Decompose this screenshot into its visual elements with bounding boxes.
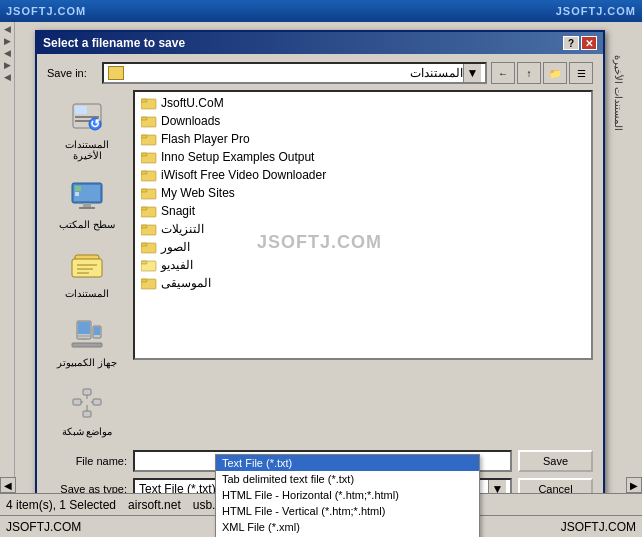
svg-rect-41 [141,171,147,174]
list-item[interactable]: الفيديو [137,256,589,274]
svg-rect-43 [141,189,147,192]
svg-rect-23 [72,343,102,347]
list-item-label: iWisoft Free Video Downloader [161,168,326,182]
list-item-label: JsoftU.CoM [161,96,224,110]
svg-rect-24 [83,389,91,395]
arabic-side-label: المستندات الأخيرة [613,55,624,131]
list-item-label: التنزيلات [161,222,204,236]
close-button[interactable]: ✕ [581,36,597,50]
dropdown-item[interactable]: Tab delimited text file (*.txt) [216,471,479,487]
folder-icon [141,186,157,200]
status-selected: 4 item(s), 1 Selected [6,498,128,512]
top-right-label: JSOFTJ.COM [556,5,636,17]
list-item[interactable]: الموسيقى [137,274,589,292]
dialog-title: Select a filename to save [43,36,185,50]
main-area: ↺ المستندات الأخيرة [47,90,593,442]
nav-back-button[interactable]: ← [491,62,515,84]
folder-icon [141,150,157,164]
top-left-label: JSOFTJ.COM [6,5,86,17]
folder-icon-small [108,66,124,80]
list-item[interactable]: Downloads [137,112,589,130]
list-item-label: Downloads [161,114,220,128]
sidebar-item-documents[interactable]: المستندات [50,239,124,304]
save-in-value: المستندات [128,66,463,80]
sidebar-label-documents: المستندات [65,288,109,299]
dropdown-item[interactable]: Text File (*.txt) [216,455,479,471]
save-button[interactable]: Save [518,450,593,472]
save-in-combo[interactable]: المستندات ▼ [102,62,487,84]
svg-rect-11 [75,192,79,196]
left-sidebar: ↺ المستندات الأخيرة [47,90,127,442]
svg-rect-18 [78,322,90,334]
create-folder-button[interactable]: 📁 [543,62,567,84]
list-item[interactable]: الصور [137,238,589,256]
bottom-left-label: JSOFTJ.COM [6,520,81,534]
save-in-arrow[interactable]: ▼ [463,64,481,82]
sidebar-label-desktop: سطح المكتب [59,219,115,230]
nav-up-button[interactable]: ↑ [517,62,541,84]
nav-icon-3: ◀ [4,48,11,58]
svg-text:↺: ↺ [90,117,100,131]
folder-icon [141,276,157,290]
save-in-combo-inner: المستندات [108,66,463,80]
list-item-label: الفيديو [161,258,193,272]
save-in-label: Save in: [47,67,102,79]
scroll-left-button[interactable]: ◀ [0,477,16,493]
list-item-label: الصور [161,240,190,254]
svg-rect-53 [141,279,147,282]
folder-icon [141,258,157,272]
sidebar-item-recent[interactable]: ↺ المستندات الأخيرة [50,90,124,166]
list-item-label: Flash Player Pro [161,132,250,146]
sidebar-item-computer[interactable]: جهاز الكمبيوتر [50,308,124,373]
folder-icon [141,240,157,254]
nav-icon-1: ◀ [4,24,11,34]
list-item[interactable]: Snagit [137,202,589,220]
folder-icon [141,132,157,146]
status-site: airsoft.net [128,498,193,512]
sidebar-label-recent: المستندات الأخيرة [53,139,121,161]
svg-rect-13 [72,259,102,277]
sidebar-label-computer: جهاز الكمبيوتر [57,357,117,368]
list-item[interactable]: JsoftU.CoM [137,94,589,112]
svg-rect-20 [81,338,87,340]
scroll-right-button[interactable]: ▶ [626,477,642,493]
list-item[interactable]: My Web Sites [137,184,589,202]
dropdown-item[interactable]: HTML File - Horizontal (*.htm;*.html) [216,487,479,503]
svg-rect-35 [141,117,147,120]
list-item[interactable]: التنزيلات [137,220,589,238]
dropdown-item[interactable]: XML File (*.xml) [216,519,479,535]
svg-rect-26 [93,399,101,405]
svg-rect-49 [141,243,147,246]
sidebar-item-network[interactable]: مواضع شبكة [50,377,124,442]
sidebar-item-desktop[interactable]: سطح المكتب [50,170,124,235]
list-item[interactable]: Flash Player Pro [137,130,589,148]
list-item[interactable]: Inno Setup Examples Output [137,148,589,166]
dialog-titlebar: Select a filename to save ? ✕ [37,32,603,54]
network-icon [66,382,108,424]
svg-rect-39 [141,153,147,156]
computer-icon [66,313,108,355]
titlebar-buttons: ? ✕ [563,36,597,50]
list-item-label: My Web Sites [161,186,235,200]
list-item[interactable]: iWisoft Free Video Downloader [137,166,589,184]
file-list[interactable]: JsoftU.CoMDownloadsFlash Player ProInno … [133,90,593,360]
help-button[interactable]: ? [563,36,579,50]
svg-rect-27 [83,411,91,417]
svg-rect-8 [83,203,91,207]
nav-icon-4: ▶ [4,60,11,70]
svg-rect-51 [141,261,147,264]
dropdown-item[interactable]: HTML File - Vertical (*.htm;*.html) [216,503,479,519]
svg-rect-45 [141,207,147,210]
recent-icon: ↺ [66,95,108,137]
svg-rect-22 [94,327,100,335]
view-menu-button[interactable]: ☰ [569,62,593,84]
svg-rect-19 [78,335,90,337]
save-in-row: Save in: المستندات ▼ ← ↑ 📁 ☰ [47,62,593,84]
filename-label: File name: [47,455,127,467]
folder-icon [141,204,157,218]
left-nav-panel: ◀ ▶ ◀ ▶ ◀ [0,22,15,493]
nav-icon-5: ◀ [4,72,11,82]
toolbar-row: ← ↑ 📁 ☰ [491,62,593,84]
list-item-label: Snagit [161,204,195,218]
saveas-dropdown: Text File (*.txt)Tab delimited text file… [215,454,480,537]
